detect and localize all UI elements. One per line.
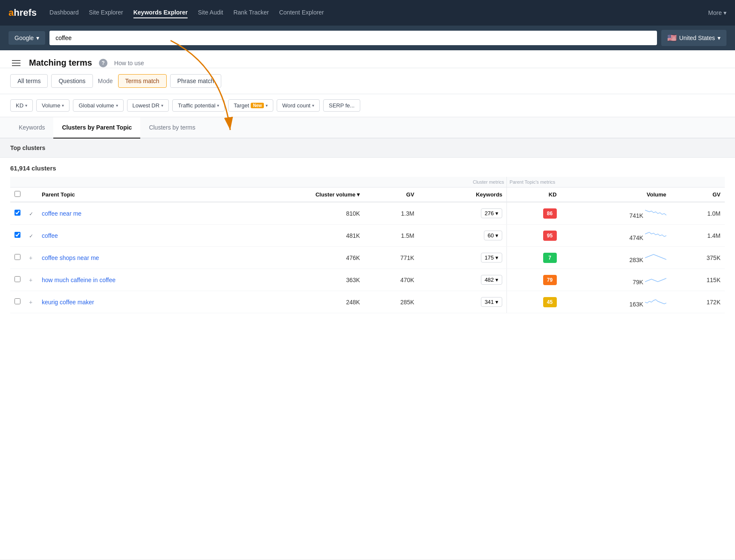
kd-badge: 95 <box>543 231 557 241</box>
chevron-down-icon: ▾ <box>25 103 27 108</box>
chevron-down-icon: ▾ <box>495 210 498 216</box>
row-keyword-cell: keurig coffee maker <box>38 291 236 313</box>
page-content: Matching terms ? How to use All terms Qu… <box>0 50 735 559</box>
top-clusters-bar: Top clusters <box>0 139 735 158</box>
check-icon: ✓ <box>29 211 33 217</box>
row-checkbox[interactable] <box>14 298 20 304</box>
clusters-table: Cluster metrics Parent Topic's metrics P… <box>10 177 725 313</box>
row-checkbox[interactable] <box>14 276 20 282</box>
row-cluster-volume: 248K <box>236 291 365 313</box>
search-input[interactable] <box>49 31 657 45</box>
country-selector[interactable]: 🇺🇸 United States ▾ <box>661 30 726 46</box>
select-all-checkbox[interactable] <box>14 191 20 197</box>
sidebar-toggle[interactable] <box>10 58 22 68</box>
tab-clusters-parent-topic[interactable]: Clusters by Parent Topic <box>53 117 140 139</box>
filter-serp-features[interactable]: SERP fe... <box>323 99 360 112</box>
nav-keywords-explorer[interactable]: Keywords Explorer <box>133 7 188 18</box>
row-parent-gv: 115K <box>671 269 725 291</box>
filter-lowest-dr[interactable]: Lowest DR ▾ <box>127 99 169 112</box>
keyword-link[interactable]: coffee shops near me <box>42 254 99 261</box>
keyword-link[interactable]: how much caffeine in coffee <box>42 277 116 283</box>
row-checkbox[interactable] <box>14 232 20 238</box>
kd-badge: 7 <box>543 253 557 263</box>
filter-volume[interactable]: Volume ▾ <box>36 99 69 112</box>
filter-traffic-potential[interactable]: Traffic potential ▾ <box>172 99 225 112</box>
flag-icon: 🇺🇸 <box>667 33 677 43</box>
keywords-count-button[interactable]: 482 ▾ <box>481 275 503 285</box>
keyword-link[interactable]: keurig coffee maker <box>42 299 94 306</box>
row-checkbox[interactable] <box>14 210 20 216</box>
row-keywords-count: 276 ▾ <box>419 202 507 225</box>
col-gv-parent: GV <box>671 188 725 202</box>
row-status-cell: + <box>25 247 38 269</box>
kd-badge: 79 <box>543 275 557 285</box>
table-section: 61,914 clusters Cluster metrics Parent T… <box>0 158 735 323</box>
row-keywords-count: 60 ▾ <box>419 225 507 247</box>
tab-clusters-by-terms[interactable]: Clusters by terms <box>140 117 204 139</box>
logo[interactable]: ahrefs <box>9 7 37 18</box>
nav-site-audit[interactable]: Site Audit <box>198 7 223 18</box>
filter-kd[interactable]: KD ▾ <box>10 99 33 112</box>
row-checkbox[interactable] <box>14 254 20 260</box>
check-icon: ✓ <box>29 233 33 239</box>
row-checkbox-cell <box>10 247 25 269</box>
row-cluster-volume: 810K <box>236 202 365 225</box>
nav-dashboard[interactable]: Dashboard <box>49 7 79 18</box>
col-cluster-volume[interactable]: Cluster volume ▾ <box>236 188 365 202</box>
parent-topic-metrics-label: Parent Topic's metrics <box>507 177 725 188</box>
chevron-down-icon: ▾ <box>62 103 64 108</box>
sparkline <box>645 208 666 218</box>
row-gv: 771K <box>364 247 418 269</box>
help-button[interactable]: ? <box>99 59 107 67</box>
sparkline <box>645 296 666 306</box>
filter-target[interactable]: Target New ▾ <box>228 99 273 112</box>
plus-icon: + <box>29 299 32 306</box>
row-checkbox-cell <box>10 269 25 291</box>
filter-global-volume[interactable]: Global volume ▾ <box>73 99 123 112</box>
search-input-wrapper <box>49 31 657 45</box>
row-cluster-volume: 363K <box>236 269 365 291</box>
row-parent-gv: 1.0M <box>671 202 725 225</box>
row-keywords-count: 341 ▾ <box>419 291 507 313</box>
keyword-link[interactable]: coffee <box>42 232 58 239</box>
row-volume: 163K <box>561 291 671 313</box>
filter-word-count[interactable]: Word count ▾ <box>277 99 320 112</box>
tab-keywords[interactable]: Keywords <box>10 117 53 139</box>
keywords-count-button[interactable]: 341 ▾ <box>481 297 503 307</box>
tab-all-terms[interactable]: All terms <box>10 74 48 88</box>
search-engine-select[interactable]: Google ▾ <box>9 31 45 45</box>
metric-group-row: Cluster metrics Parent Topic's metrics <box>10 177 725 188</box>
nav-site-explorer[interactable]: Site Explorer <box>89 7 123 18</box>
table-row: + keurig coffee maker 248K 285K 341 ▾ 45… <box>10 291 725 313</box>
tab-questions[interactable]: Questions <box>51 74 93 88</box>
keywords-count-button[interactable]: 175 ▾ <box>481 253 503 263</box>
keyword-link[interactable]: coffee near me <box>42 210 81 217</box>
row-volume: 283K <box>561 247 671 269</box>
chevron-down-icon: ▾ <box>116 103 118 108</box>
col-checkbox <box>10 188 25 202</box>
tab-phrase-match[interactable]: Phrase match <box>170 74 221 88</box>
tab-terms-match[interactable]: Terms match <box>118 74 167 88</box>
col-kd: KD <box>507 188 561 202</box>
mode-label: Mode <box>96 78 115 84</box>
row-kd: 79 <box>507 269 561 291</box>
row-keywords-count: 175 ▾ <box>419 247 507 269</box>
table-row: + how much caffeine in coffee 363K 470K … <box>10 269 725 291</box>
sparkline-chart <box>645 252 666 262</box>
chevron-down-icon: ▾ <box>312 103 314 108</box>
how-to-use-link[interactable]: How to use <box>114 60 144 66</box>
row-cluster-volume: 481K <box>236 225 365 247</box>
chevron-down-icon: ▾ <box>495 232 498 239</box>
top-section: KD ▾ Volume ▾ Global volume ▾ Lowest DR … <box>0 94 735 323</box>
more-menu[interactable]: More ▾ <box>708 9 726 16</box>
nav-rank-tracker[interactable]: Rank Tracker <box>233 7 269 18</box>
row-volume: 79K <box>561 269 671 291</box>
nav-content-explorer[interactable]: Content Explorer <box>279 7 324 18</box>
keywords-count-button[interactable]: 276 ▾ <box>481 208 503 218</box>
view-tabs: Keywords Clusters by Parent Topic Cluste… <box>0 117 735 139</box>
row-gv: 1.5M <box>364 225 418 247</box>
row-status-cell: + <box>25 269 38 291</box>
keywords-count-button[interactable]: 60 ▾ <box>484 231 502 240</box>
col-volume: Volume <box>561 188 671 202</box>
filter-row: KD ▾ Volume ▾ Global volume ▾ Lowest DR … <box>0 94 735 117</box>
